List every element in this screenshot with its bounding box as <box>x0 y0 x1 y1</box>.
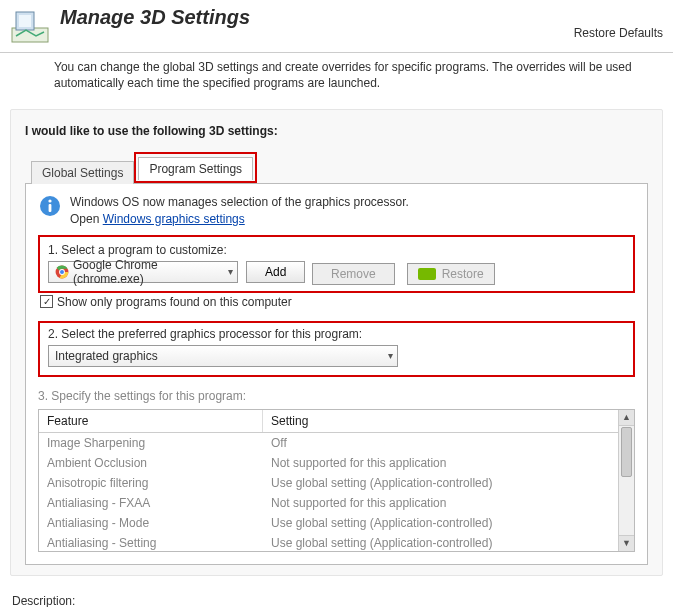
add-button[interactable]: Add <box>246 261 305 283</box>
show-only-label: Show only programs found on this compute… <box>57 295 292 309</box>
table-row[interactable]: Antialiasing - FXAANot supported for thi… <box>39 493 634 513</box>
tab-global-settings[interactable]: Global Settings <box>31 161 134 184</box>
tab-body: Windows OS now manages selection of the … <box>25 183 648 564</box>
program-select-value: Google Chrome (chrome.exe) <box>73 258 228 286</box>
scrollbar[interactable]: ▲ ▼ <box>618 410 634 551</box>
table-row[interactable]: Antialiasing - SettingUse global setting… <box>39 533 634 551</box>
show-only-row: ✓ Show only programs found on this compu… <box>40 295 635 309</box>
svg-rect-5 <box>49 204 52 212</box>
app-icon <box>10 6 50 46</box>
step2-box: 2. Select the preferred graphics process… <box>38 321 635 377</box>
restore-button-label: Restore <box>442 267 484 281</box>
chrome-icon <box>55 265 69 279</box>
program-select[interactable]: Google Chrome (chrome.exe) ▾ <box>48 261 238 283</box>
col-setting[interactable]: Setting <box>263 410 634 432</box>
restore-defaults-link[interactable]: Restore Defaults <box>574 26 663 40</box>
description-block: Description: Indicates which graphics pr… <box>0 584 673 607</box>
info-row: Windows OS now manages selection of the … <box>38 194 635 226</box>
scroll-up-icon[interactable]: ▲ <box>619 410 634 426</box>
settings-table: Feature Setting Image SharpeningOff Ambi… <box>38 409 635 552</box>
gpu-select-value: Integrated graphics <box>55 349 158 363</box>
info-icon <box>38 194 62 221</box>
info-line2-prefix: Open <box>70 212 103 226</box>
table-row[interactable]: Antialiasing - ModeUse global setting (A… <box>39 513 634 533</box>
header-divider <box>0 52 673 53</box>
scroll-thumb[interactable] <box>621 427 632 477</box>
chevron-down-icon: ▾ <box>388 350 393 361</box>
step3-label: 3. Specify the settings for this program… <box>38 389 635 403</box>
restore-button[interactable]: Restore <box>407 263 495 285</box>
tabs: Global Settings Program Settings <box>31 152 648 183</box>
tab-highlight: Program Settings <box>134 152 257 183</box>
gpu-select[interactable]: Integrated graphics ▾ <box>48 345 398 367</box>
svg-point-8 <box>60 270 64 274</box>
info-line1: Windows OS now manages selection of the … <box>70 195 409 209</box>
svg-rect-2 <box>19 15 31 27</box>
remove-button[interactable]: Remove <box>312 263 395 285</box>
page-title: Manage 3D Settings <box>60 6 250 29</box>
chevron-down-icon: ▾ <box>228 266 233 277</box>
col-feature[interactable]: Feature <box>39 410 263 432</box>
show-only-checkbox[interactable]: ✓ <box>40 295 53 308</box>
tab-program-settings[interactable]: Program Settings <box>138 157 253 180</box>
header: Manage 3D Settings Restore Defaults <box>0 0 673 48</box>
step1-label: 1. Select a program to customize: <box>48 243 625 257</box>
step2-label: 2. Select the preferred graphics process… <box>48 327 625 341</box>
info-text: Windows OS now manages selection of the … <box>70 194 409 226</box>
table-row[interactable]: Ambient OcclusionNot supported for this … <box>39 453 634 473</box>
table-row[interactable]: Anisotropic filteringUse global setting … <box>39 473 634 493</box>
scroll-down-icon[interactable]: ▼ <box>619 535 634 551</box>
table-row[interactable]: Image SharpeningOff <box>39 433 634 453</box>
panel-heading: I would like to use the following 3D set… <box>25 124 648 138</box>
settings-panel: I would like to use the following 3D set… <box>10 109 663 575</box>
intro-text: You can change the global 3D settings an… <box>0 59 673 91</box>
table-body: Image SharpeningOff Ambient OcclusionNot… <box>39 433 634 551</box>
windows-graphics-settings-link[interactable]: Windows graphics settings <box>103 212 245 226</box>
nvidia-logo-icon <box>418 268 436 280</box>
description-label: Description: <box>12 594 661 607</box>
svg-point-4 <box>48 200 51 203</box>
table-header: Feature Setting <box>39 410 634 433</box>
